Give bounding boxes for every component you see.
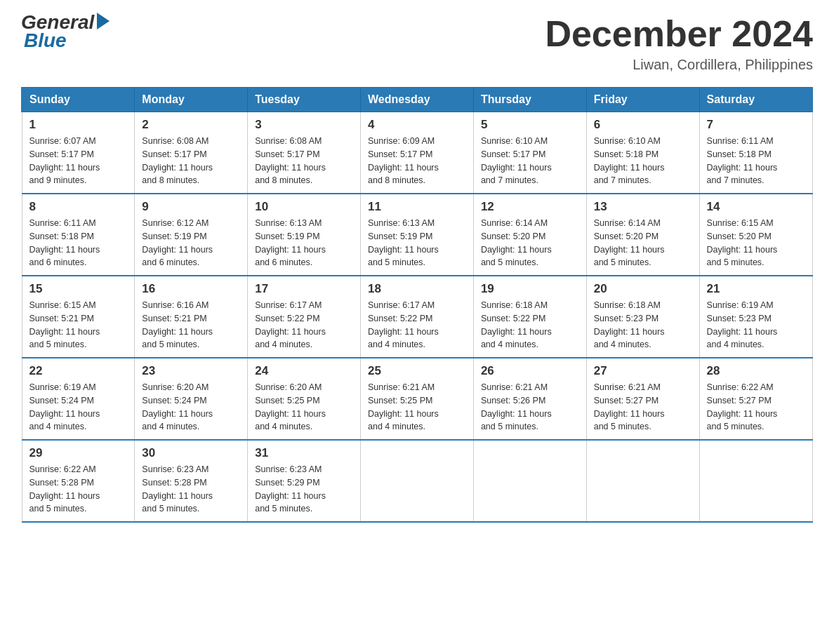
day-number: 16 bbox=[142, 282, 240, 296]
calendar-cell: 27Sunrise: 6:21 AMSunset: 5:27 PMDayligh… bbox=[586, 358, 699, 440]
day-number: 19 bbox=[481, 282, 579, 296]
calendar-cell: 19Sunrise: 6:18 AMSunset: 5:22 PMDayligh… bbox=[473, 276, 586, 358]
day-number: 6 bbox=[594, 118, 692, 132]
day-info: Sunrise: 6:12 AMSunset: 5:19 PMDaylight:… bbox=[142, 217, 240, 269]
col-header-saturday: Saturday bbox=[699, 88, 812, 112]
day-number: 27 bbox=[594, 364, 692, 378]
day-number: 30 bbox=[142, 446, 240, 460]
day-number: 9 bbox=[142, 200, 240, 214]
day-info: Sunrise: 6:08 AMSunset: 5:17 PMDaylight:… bbox=[142, 135, 240, 187]
location-subtitle: Liwan, Cordillera, Philippines bbox=[545, 57, 813, 73]
day-number: 4 bbox=[368, 118, 466, 132]
calendar-cell: 3Sunrise: 6:08 AMSunset: 5:17 PMDaylight… bbox=[248, 112, 361, 194]
day-info: Sunrise: 6:23 AMSunset: 5:29 PMDaylight:… bbox=[255, 463, 353, 516]
day-info: Sunrise: 6:14 AMSunset: 5:20 PMDaylight:… bbox=[594, 217, 692, 269]
calendar-cell: 1Sunrise: 6:07 AMSunset: 5:17 PMDaylight… bbox=[22, 112, 135, 194]
page-header: General Blue December 2024 Liwan, Cordil… bbox=[21, 14, 813, 73]
week-row-1: 1Sunrise: 6:07 AMSunset: 5:17 PMDaylight… bbox=[22, 112, 812, 194]
day-info: Sunrise: 6:22 AMSunset: 5:27 PMDaylight:… bbox=[707, 381, 805, 434]
day-number: 24 bbox=[255, 364, 353, 378]
calendar-cell: 12Sunrise: 6:14 AMSunset: 5:20 PMDayligh… bbox=[473, 194, 586, 276]
calendar-cell: 26Sunrise: 6:21 AMSunset: 5:26 PMDayligh… bbox=[473, 358, 586, 440]
calendar-cell: 5Sunrise: 6:10 AMSunset: 5:17 PMDaylight… bbox=[473, 112, 586, 194]
calendar-cell: 11Sunrise: 6:13 AMSunset: 5:19 PMDayligh… bbox=[361, 194, 474, 276]
calendar-cell: 13Sunrise: 6:14 AMSunset: 5:20 PMDayligh… bbox=[586, 194, 699, 276]
day-number: 17 bbox=[255, 282, 353, 296]
day-number: 12 bbox=[481, 200, 579, 214]
calendar-cell: 24Sunrise: 6:20 AMSunset: 5:25 PMDayligh… bbox=[248, 358, 361, 440]
calendar-cell: 14Sunrise: 6:15 AMSunset: 5:20 PMDayligh… bbox=[699, 194, 812, 276]
day-number: 15 bbox=[29, 282, 128, 296]
day-info: Sunrise: 6:15 AMSunset: 5:20 PMDaylight:… bbox=[707, 217, 805, 269]
day-number: 18 bbox=[368, 282, 466, 296]
calendar-cell bbox=[699, 440, 812, 522]
day-number: 21 bbox=[707, 282, 805, 296]
day-number: 26 bbox=[481, 364, 579, 378]
day-info: Sunrise: 6:17 AMSunset: 5:22 PMDaylight:… bbox=[255, 299, 353, 351]
day-info: Sunrise: 6:19 AMSunset: 5:23 PMDaylight:… bbox=[707, 299, 805, 351]
day-info: Sunrise: 6:21 AMSunset: 5:26 PMDaylight:… bbox=[481, 381, 579, 434]
day-number: 3 bbox=[255, 118, 353, 132]
calendar-cell: 4Sunrise: 6:09 AMSunset: 5:17 PMDaylight… bbox=[361, 112, 474, 194]
day-info: Sunrise: 6:07 AMSunset: 5:17 PMDaylight:… bbox=[29, 135, 128, 187]
day-info: Sunrise: 6:20 AMSunset: 5:24 PMDaylight:… bbox=[142, 381, 240, 434]
day-number: 20 bbox=[594, 282, 692, 296]
calendar-cell: 25Sunrise: 6:21 AMSunset: 5:25 PMDayligh… bbox=[361, 358, 474, 440]
calendar-cell: 30Sunrise: 6:23 AMSunset: 5:28 PMDayligh… bbox=[135, 440, 248, 522]
day-number: 22 bbox=[29, 364, 128, 378]
col-header-sunday: Sunday bbox=[22, 88, 135, 112]
title-section: December 2024 Liwan, Cordillera, Philipp… bbox=[545, 14, 813, 73]
day-number: 14 bbox=[707, 200, 805, 214]
day-info: Sunrise: 6:21 AMSunset: 5:27 PMDaylight:… bbox=[594, 381, 692, 434]
col-header-tuesday: Tuesday bbox=[248, 88, 361, 112]
day-info: Sunrise: 6:18 AMSunset: 5:22 PMDaylight:… bbox=[481, 299, 579, 351]
day-number: 28 bbox=[707, 364, 805, 378]
day-info: Sunrise: 6:10 AMSunset: 5:18 PMDaylight:… bbox=[594, 135, 692, 187]
day-number: 8 bbox=[29, 200, 128, 214]
calendar-cell bbox=[361, 440, 474, 522]
day-info: Sunrise: 6:08 AMSunset: 5:17 PMDaylight:… bbox=[255, 135, 353, 187]
col-header-monday: Monday bbox=[135, 88, 248, 112]
month-year-title: December 2024 bbox=[545, 14, 813, 54]
day-info: Sunrise: 6:09 AMSunset: 5:17 PMDaylight:… bbox=[368, 135, 466, 187]
day-info: Sunrise: 6:11 AMSunset: 5:18 PMDaylight:… bbox=[29, 217, 128, 269]
day-number: 25 bbox=[368, 364, 466, 378]
day-info: Sunrise: 6:14 AMSunset: 5:20 PMDaylight:… bbox=[481, 217, 579, 269]
day-info: Sunrise: 6:17 AMSunset: 5:22 PMDaylight:… bbox=[368, 299, 466, 351]
calendar-cell: 10Sunrise: 6:13 AMSunset: 5:19 PMDayligh… bbox=[248, 194, 361, 276]
day-number: 7 bbox=[707, 118, 805, 132]
week-row-4: 22Sunrise: 6:19 AMSunset: 5:24 PMDayligh… bbox=[22, 358, 812, 440]
col-header-wednesday: Wednesday bbox=[361, 88, 474, 112]
week-row-5: 29Sunrise: 6:22 AMSunset: 5:28 PMDayligh… bbox=[22, 440, 812, 522]
calendar-cell: 8Sunrise: 6:11 AMSunset: 5:18 PMDaylight… bbox=[22, 194, 135, 276]
day-info: Sunrise: 6:16 AMSunset: 5:21 PMDaylight:… bbox=[142, 299, 240, 351]
calendar-cell: 21Sunrise: 6:19 AMSunset: 5:23 PMDayligh… bbox=[699, 276, 812, 358]
day-info: Sunrise: 6:15 AMSunset: 5:21 PMDaylight:… bbox=[29, 299, 128, 351]
calendar-cell bbox=[586, 440, 699, 522]
day-number: 11 bbox=[368, 200, 466, 214]
calendar-cell: 6Sunrise: 6:10 AMSunset: 5:18 PMDaylight… bbox=[586, 112, 699, 194]
calendar-cell: 7Sunrise: 6:11 AMSunset: 5:18 PMDaylight… bbox=[699, 112, 812, 194]
day-number: 31 bbox=[255, 446, 353, 460]
calendar-cell: 2Sunrise: 6:08 AMSunset: 5:17 PMDaylight… bbox=[135, 112, 248, 194]
logo-arrow-icon bbox=[97, 13, 110, 29]
calendar-cell: 22Sunrise: 6:19 AMSunset: 5:24 PMDayligh… bbox=[22, 358, 135, 440]
day-number: 13 bbox=[594, 200, 692, 214]
day-info: Sunrise: 6:20 AMSunset: 5:25 PMDaylight:… bbox=[255, 381, 353, 434]
calendar-header-row: SundayMondayTuesdayWednesdayThursdayFrid… bbox=[22, 88, 812, 112]
logo-blue-text: Blue bbox=[24, 29, 67, 52]
day-number: 1 bbox=[29, 118, 128, 132]
calendar-cell: 9Sunrise: 6:12 AMSunset: 5:19 PMDaylight… bbox=[135, 194, 248, 276]
col-header-friday: Friday bbox=[586, 88, 699, 112]
calendar-cell: 23Sunrise: 6:20 AMSunset: 5:24 PMDayligh… bbox=[135, 358, 248, 440]
logo: General Blue bbox=[21, 14, 110, 52]
day-number: 23 bbox=[142, 364, 240, 378]
calendar-cell bbox=[473, 440, 586, 522]
calendar-cell: 15Sunrise: 6:15 AMSunset: 5:21 PMDayligh… bbox=[22, 276, 135, 358]
day-number: 10 bbox=[255, 200, 353, 214]
day-number: 5 bbox=[481, 118, 579, 132]
day-info: Sunrise: 6:13 AMSunset: 5:19 PMDaylight:… bbox=[255, 217, 353, 269]
calendar-table: SundayMondayTuesdayWednesdayThursdayFrid… bbox=[21, 87, 813, 523]
day-info: Sunrise: 6:22 AMSunset: 5:28 PMDaylight:… bbox=[29, 463, 128, 516]
day-info: Sunrise: 6:23 AMSunset: 5:28 PMDaylight:… bbox=[142, 463, 240, 516]
